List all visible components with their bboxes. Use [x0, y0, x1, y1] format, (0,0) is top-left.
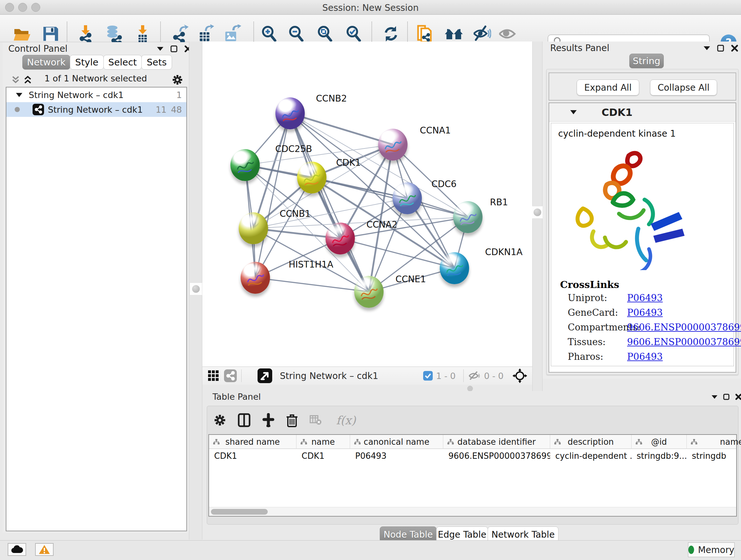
column-header-canonical-name[interactable]: canonical name [350, 435, 443, 449]
crosslink-link[interactable]: P06493 [627, 307, 663, 318]
tab-style[interactable]: Style [70, 55, 104, 70]
network-node-ccnb2[interactable] [275, 98, 305, 129]
network-node-ccna2[interactable] [326, 223, 355, 254]
gear-icon[interactable] [172, 74, 183, 85]
add-column-icon[interactable] [260, 412, 277, 428]
horizontal-scrollbar[interactable] [209, 507, 736, 516]
column-header-database-identifier[interactable]: database identifier [443, 435, 550, 449]
network-collection-row[interactable]: String Network – cdk1 1 [6, 87, 186, 102]
zoom-out-icon[interactable] [286, 24, 306, 44]
tab-network[interactable]: Network [22, 55, 70, 70]
protein-ribbon-thumb [383, 136, 403, 156]
table-cell[interactable]: CDK1 [296, 449, 350, 463]
collapse-panel-icon[interactable] [704, 46, 710, 50]
network-node-cdc25b[interactable] [230, 149, 260, 181]
network-edge[interactable] [255, 278, 369, 292]
open-in-window-icon[interactable] [258, 368, 272, 383]
gene-section-header[interactable]: CDK1 [549, 103, 736, 122]
network-canvas[interactable]: CCNB2CCNA1CDC25BCDK1CDC6RB1CCNB1CCNA2CDK… [202, 42, 532, 367]
float-panel-icon[interactable] [723, 394, 730, 400]
warning-button[interactable] [35, 543, 54, 556]
column-header-name[interactable]: name [296, 435, 350, 449]
horizontal-splitter-handle[interactable] [467, 386, 473, 391]
network-node-hist1h1a[interactable] [241, 262, 270, 294]
refresh-icon[interactable] [381, 24, 401, 44]
show-columns-icon[interactable] [236, 412, 253, 428]
expand-all-button[interactable]: Expand All [577, 79, 639, 96]
hide-eye-icon[interactable] [472, 24, 491, 44]
column-header--id[interactable]: @id [631, 435, 687, 449]
crosslink-link[interactable]: 9606.ENSP00000378699 [627, 336, 741, 348]
memory-button[interactable]: Memory [688, 543, 735, 557]
left-splitter-handle[interactable] [190, 283, 202, 295]
zoom-in-icon[interactable] [259, 24, 279, 44]
network-node-ccne1[interactable] [354, 276, 384, 308]
table-cell[interactable]: P06493 [350, 449, 443, 463]
home-pair-icon[interactable] [444, 24, 463, 44]
close-panel-icon[interactable] [731, 45, 738, 52]
protein-ribbon-thumb [301, 169, 322, 189]
crosslink-link[interactable]: P06493 [627, 293, 663, 303]
network-row[interactable]: String Network – cdk1 11 48 [6, 102, 186, 117]
table-panel-title: Table Panel [212, 392, 261, 401]
right-splitter[interactable] [532, 42, 542, 391]
crosslink-link[interactable]: P06493 [627, 351, 663, 362]
column-header-namespace[interactable]: namespace [687, 435, 741, 449]
network-edge[interactable] [290, 113, 393, 145]
node-label-ccna2: CCNA2 [366, 219, 397, 230]
collapse-all-button[interactable]: Collapse All [650, 79, 717, 96]
tab-select[interactable]: Select [104, 55, 142, 70]
network-node-cdc6[interactable] [393, 182, 422, 214]
import-database-icon[interactable] [105, 24, 124, 44]
zoom-selected-icon[interactable] [344, 24, 363, 44]
save-icon[interactable] [41, 24, 60, 44]
open-folder-icon[interactable] [12, 24, 31, 44]
table-cell[interactable]: CDK1 [209, 449, 296, 463]
table-row[interactable]: CDK1CDK1P064939606.ENSP00000378699cyclin… [209, 449, 736, 463]
column-header-description[interactable]: description [550, 435, 631, 449]
tab-string[interactable]: String [629, 54, 664, 68]
network-node-cdkn1a[interactable] [440, 252, 469, 284]
tab-sets[interactable]: Sets [141, 55, 172, 70]
right-splitter-handle[interactable] [531, 206, 543, 219]
import-network-icon[interactable] [76, 24, 95, 44]
table-cell[interactable]: 9606.ENSP00000378699 [443, 449, 550, 463]
string-query-icon[interactable] [415, 24, 434, 44]
export-network-icon[interactable] [171, 24, 190, 44]
scrollbar-thumb[interactable] [211, 509, 268, 515]
zoom-fit-icon[interactable] [315, 24, 334, 44]
results-panel-tabs: String [629, 54, 664, 68]
delete-column-trash-icon[interactable] [284, 412, 300, 428]
birdseye-grid-icon[interactable] [207, 370, 219, 382]
import-table-icon[interactable] [133, 24, 152, 44]
network-node-ccnb1[interactable] [239, 212, 268, 244]
collapse-panel-icon[interactable] [712, 395, 718, 399]
table-cell[interactable]: cyclin-dependent ... [550, 449, 631, 463]
left-splitter[interactable] [189, 42, 202, 540]
export-image-icon[interactable] [222, 24, 242, 44]
string-style-icon[interactable] [224, 369, 237, 382]
crosslink-link[interactable]: 9606.ENSP00000378699 [627, 322, 741, 333]
network-node-rb1[interactable] [453, 201, 482, 233]
table-cell[interactable]: stringdb [687, 449, 741, 463]
table-cell[interactable]: stringdb:9... [631, 449, 687, 463]
close-panel-icon[interactable] [735, 394, 741, 400]
crosslink-label: GeneCard: [568, 307, 618, 318]
network-edge[interactable] [245, 165, 407, 198]
collapse-panel-icon[interactable] [157, 47, 163, 51]
section-expanded-icon[interactable] [570, 110, 577, 114]
cloud-button[interactable] [8, 543, 26, 556]
network-node-cdk1[interactable] [297, 162, 327, 193]
export-table-icon[interactable] [196, 24, 215, 44]
network-edge[interactable] [245, 145, 393, 165]
show-eye-icon[interactable] [497, 24, 517, 44]
column-header-shared-name[interactable]: shared name [209, 435, 296, 449]
network-node-ccna1[interactable] [378, 129, 408, 161]
fit-content-crosshair-icon[interactable] [513, 368, 527, 383]
selected-checkbox-icon[interactable] [423, 371, 433, 381]
expanded-arrow-icon[interactable] [16, 93, 22, 97]
float-panel-icon[interactable] [171, 45, 178, 52]
table-gear-icon[interactable] [212, 412, 228, 428]
protein-ribbon-thumb [359, 283, 379, 303]
float-panel-icon[interactable] [717, 45, 724, 52]
